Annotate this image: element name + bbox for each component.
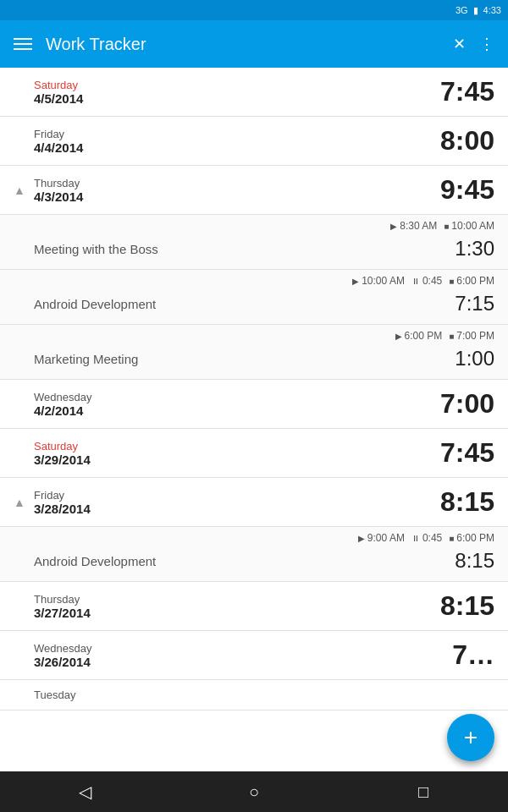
day-name-label: Saturday — [34, 440, 440, 453]
entry-hours-label: 7:15 — [455, 292, 494, 315]
pause-icon: ⏸ — [411, 277, 420, 286]
date-label: 3/29/2014 — [34, 453, 440, 467]
entry-row[interactable]: Android Development8:15 — [0, 546, 508, 581]
stop-time-chip: ■6:00 PM — [449, 532, 494, 544]
home-nav-button[interactable]: ○ — [229, 771, 279, 812]
total-hours-label: 7:45 — [440, 76, 494, 107]
stop-icon: ■ — [449, 534, 454, 543]
bottom-navigation: ◁ ○ □ — [0, 771, 508, 812]
entry-times-row: ▶8:30 AM■10:00 AM — [0, 215, 508, 233]
stop-time-text: 10:00 AM — [451, 220, 494, 232]
day-name-label: Wednesday — [34, 391, 440, 403]
entry-hours-label: 8:15 — [455, 549, 494, 573]
menu-button[interactable] — [14, 38, 32, 50]
date-row[interactable]: Thursday3/27/20148:15 — [0, 582, 508, 631]
stop-time-text: 6:00 PM — [456, 275, 494, 287]
signal-indicator: 3G — [456, 5, 468, 15]
stop-time-chip: ■7:00 PM — [449, 330, 494, 342]
date-row[interactable]: Wednesday3/26/20147… — [0, 631, 508, 680]
start-time-chip: ▶6:00 PM — [395, 330, 443, 342]
start-time-text: 10:00 AM — [362, 275, 405, 287]
battery-indicator: ▮ — [473, 5, 478, 16]
date-label: 4/2/2014 — [34, 403, 440, 418]
pause-time-chip: ⏸0:45 — [411, 275, 442, 287]
pause-time-chip: ⏸0:45 — [411, 532, 442, 544]
entry-label: Android Development — [34, 554, 455, 568]
date-row[interactable]: Friday4/4/20148:00 — [0, 117, 508, 166]
date-row[interactable]: ▲Thursday4/3/20149:45 — [0, 166, 508, 215]
day-name-label: Thursday — [34, 177, 440, 189]
date-label: 4/3/2014 — [34, 189, 440, 204]
date-label: 3/26/2014 — [34, 655, 452, 669]
start-time-text: 6:00 PM — [405, 330, 443, 342]
day-name-label: Tuesday — [34, 689, 494, 701]
recents-nav-button[interactable]: □ — [398, 771, 449, 812]
total-hours-label: 8:15 — [440, 590, 494, 622]
entry-row[interactable]: Android Development7:15 — [0, 288, 508, 324]
entry-group: ▶10:00 AM⏸0:45■6:00 PMAndroid Developmen… — [0, 270, 508, 325]
start-time-chip: ▶8:30 AM — [390, 220, 437, 232]
date-row[interactable]: Wednesday4/2/20147:00 — [0, 380, 508, 429]
play-icon: ▶ — [358, 534, 365, 543]
entry-group: ▶9:00 AM⏸0:45■6:00 PMAndroid Development… — [0, 527, 508, 582]
entry-times-row: ▶10:00 AM⏸0:45■6:00 PM — [0, 270, 508, 288]
day-name-label: Thursday — [34, 593, 440, 606]
day-name-label: Saturday — [34, 79, 440, 91]
total-hours-label: 7… — [452, 639, 494, 671]
date-label: 4/4/2014 — [34, 140, 440, 155]
play-icon: ▶ — [395, 332, 402, 341]
date-row[interactable]: ▲Friday3/28/20148:15 — [0, 478, 508, 527]
start-time-chip: ▶10:00 AM — [352, 275, 405, 287]
total-hours-label: 7:00 — [440, 388, 494, 420]
stop-time-chip: ■6:00 PM — [449, 275, 494, 287]
total-hours-label: 9:45 — [440, 174, 494, 206]
entry-label: Android Development — [34, 297, 455, 311]
date-row[interactable]: Saturday4/5/20147:45 — [0, 68, 508, 117]
status-bar: 3G ▮ 4:33 — [0, 0, 508, 20]
start-time-text: 8:30 AM — [400, 220, 437, 232]
date-row[interactable]: Tuesday — [0, 680, 508, 710]
add-entry-fab[interactable]: + — [447, 714, 494, 761]
total-hours-label: 7:45 — [440, 437, 494, 469]
play-icon: ▶ — [352, 277, 359, 286]
time-display: 4:33 — [483, 5, 501, 15]
app-title: Work Tracker — [46, 35, 439, 54]
stop-time-chip: ■10:00 AM — [444, 220, 494, 232]
pause-icon: ⏸ — [411, 534, 420, 543]
pause-time-text: 0:45 — [422, 532, 442, 544]
pause-time-text: 0:45 — [422, 275, 442, 287]
stop-time-text: 7:00 PM — [456, 330, 494, 342]
date-label: 3/27/2014 — [34, 606, 440, 620]
day-name-label: Friday — [34, 489, 440, 502]
back-nav-button[interactable]: ◁ — [59, 771, 110, 812]
start-time-chip: ▶9:00 AM — [358, 532, 405, 544]
close-button[interactable]: ✕ — [453, 35, 466, 53]
total-hours-label: 8:00 — [440, 125, 494, 156]
entry-hours-label: 1:00 — [455, 347, 494, 370]
start-time-text: 9:00 AM — [367, 532, 405, 544]
entry-row[interactable]: Marketing Meeting1:00 — [0, 343, 508, 379]
more-button[interactable]: ⋮ — [479, 35, 494, 53]
stop-time-text: 6:00 PM — [456, 532, 494, 544]
toolbar: Work Tracker ✕ ⋮ — [0, 20, 508, 68]
stop-icon: ■ — [444, 222, 449, 231]
entry-hours-label: 1:30 — [455, 237, 494, 261]
content-list: Saturday4/5/20147:45Friday4/4/20148:00▲T… — [0, 68, 508, 771]
date-label: 4/5/2014 — [34, 91, 440, 106]
date-label: 3/28/2014 — [34, 502, 440, 516]
entry-label: Marketing Meeting — [34, 352, 455, 366]
entry-group: ▶6:00 PM■7:00 PMMarketing Meeting1:00 — [0, 325, 508, 380]
stop-icon: ■ — [449, 332, 454, 341]
expand-chevron-icon: ▲ — [14, 184, 34, 197]
date-row[interactable]: Saturday3/29/20147:45 — [0, 429, 508, 478]
entry-label: Meeting with the Boss — [34, 242, 455, 256]
entry-times-row: ▶6:00 PM■7:00 PM — [0, 325, 508, 343]
entry-group: ▶8:30 AM■10:00 AMMeeting with the Boss1:… — [0, 215, 508, 270]
entry-row[interactable]: Meeting with the Boss1:30 — [0, 233, 508, 269]
stop-icon: ■ — [449, 277, 454, 286]
toolbar-actions: ✕ ⋮ — [453, 35, 494, 53]
day-name-label: Wednesday — [34, 642, 452, 655]
total-hours-label: 8:15 — [440, 486, 494, 518]
entry-times-row: ▶9:00 AM⏸0:45■6:00 PM — [0, 527, 508, 546]
day-name-label: Friday — [34, 128, 440, 140]
